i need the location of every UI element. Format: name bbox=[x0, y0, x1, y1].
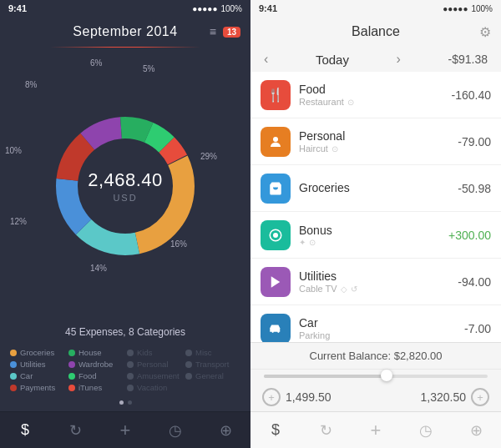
gear-icon[interactable]: ⚙ bbox=[479, 24, 491, 40]
slider-thumb[interactable] bbox=[381, 370, 392, 381]
right-header: Balance ⚙ bbox=[250, 17, 501, 47]
status-bar-right: 9:41 ●●●●● 100% bbox=[250, 0, 501, 17]
legend-label-empty1: Vacation bbox=[137, 383, 167, 392]
food-location-icon: ⊙ bbox=[347, 98, 354, 107]
car-sub: Parking bbox=[299, 330, 456, 340]
legend-item-wardrobe: Wardrobe bbox=[68, 360, 124, 369]
transaction-groceries[interactable]: Groceries -50.98 bbox=[250, 165, 501, 212]
balance-left-group: + 1,499.50 bbox=[262, 388, 331, 406]
legend-label-misc: Misc bbox=[195, 348, 212, 357]
calendar-badge[interactable]: 13 bbox=[223, 27, 240, 38]
groceries-amount: -50.98 bbox=[458, 182, 491, 195]
personal-location-icon: ⊙ bbox=[331, 144, 338, 154]
personal-sub: Haircut ⊙ bbox=[299, 143, 449, 154]
transaction-personal[interactable]: Personal Haircut ⊙ -79.00 bbox=[250, 118, 501, 165]
right-battery: 100% bbox=[471, 4, 493, 13]
slider-track[interactable] bbox=[264, 375, 488, 378]
bonus-location-icon: ⊙ bbox=[309, 238, 316, 247]
prev-arrow[interactable]: ‹ bbox=[264, 52, 268, 67]
legend-label-itunes: iTunes bbox=[78, 383, 102, 392]
transaction-utilities[interactable]: Utilities Cable TV ◇ ↺ -94.00 bbox=[250, 259, 501, 305]
transaction-list: 🍴 Food Restaurant ⊙ -160.40 Personal Ha bbox=[250, 72, 501, 342]
left-panel: 9:41 ●●●●● 100% September 2014 ≡ 13 bbox=[0, 0, 250, 448]
pct-14: 14% bbox=[90, 264, 107, 273]
month-title: September 2014 bbox=[73, 24, 177, 39]
food-info: Food Restaurant ⊙ bbox=[299, 83, 443, 107]
balance-right-btn[interactable]: + bbox=[471, 388, 489, 406]
svg-point-10 bbox=[273, 137, 278, 142]
legend-item-utilities: Utilities bbox=[10, 360, 65, 369]
car-amount: -7.00 bbox=[464, 322, 491, 335]
legend-item-itunes: iTunes bbox=[68, 383, 124, 392]
status-bar-left: 9:41 ●●●●● 100% bbox=[0, 0, 250, 17]
transaction-bonus[interactable]: Bonus ✦ ⊙ +300.00 bbox=[250, 212, 501, 259]
page-dots bbox=[0, 400, 250, 411]
list-icon[interactable]: ≡ bbox=[210, 25, 216, 38]
header-icons: ≡ 13 bbox=[210, 25, 240, 38]
legend-dot-car bbox=[10, 373, 17, 380]
legend-item-kids: Kids bbox=[127, 348, 182, 357]
svg-point-14 bbox=[272, 330, 274, 332]
transaction-car[interactable]: Car Parking -7.00 bbox=[250, 305, 501, 342]
legend-dot-general bbox=[185, 373, 192, 380]
legend: Groceries House Kids Misc Utilities Ward… bbox=[0, 343, 250, 400]
left-tab-refresh[interactable]: ↻ bbox=[50, 412, 100, 448]
groceries-icon bbox=[261, 174, 291, 204]
legend-item-personal: Personal bbox=[127, 360, 182, 369]
right-tab-location[interactable]: ⊕ bbox=[451, 412, 501, 448]
current-balance-text: Current Balance: $2,820.00 bbox=[310, 350, 443, 362]
utilities-repeat-icon: ↺ bbox=[351, 284, 357, 294]
pct-8: 8% bbox=[25, 80, 37, 89]
legend-item-car: Car bbox=[10, 371, 65, 380]
legend-dot-empty1 bbox=[127, 385, 134, 391]
car-info: Car Parking bbox=[299, 316, 456, 340]
legend-item-amusement: Amusement bbox=[127, 371, 182, 380]
car-name: Car bbox=[299, 316, 456, 330]
legend-item-empty1: Vacation bbox=[127, 383, 182, 392]
pct-6: 6% bbox=[90, 58, 102, 68]
transaction-food[interactable]: 🍴 Food Restaurant ⊙ -160.40 bbox=[250, 72, 501, 118]
left-tab-dollar[interactable]: $ bbox=[0, 412, 50, 448]
legend-label-house: House bbox=[78, 348, 101, 357]
svg-point-15 bbox=[277, 330, 279, 332]
today-label: Today bbox=[316, 53, 349, 67]
left-tab-add[interactable]: + bbox=[100, 412, 150, 448]
right-tab-history[interactable]: ◷ bbox=[401, 412, 451, 448]
page-dot-2 bbox=[128, 400, 132, 405]
right-tab-refresh[interactable]: ↻ bbox=[301, 412, 351, 448]
balance-left-btn[interactable]: + bbox=[262, 388, 281, 406]
food-icon: 🍴 bbox=[261, 80, 291, 110]
car-icon bbox=[261, 314, 291, 343]
legend-item-general: General bbox=[185, 371, 240, 380]
left-tab-history[interactable]: ◷ bbox=[150, 412, 200, 448]
legend-dot-itunes bbox=[68, 385, 75, 391]
balance-slider[interactable] bbox=[250, 369, 501, 383]
utilities-icon bbox=[261, 267, 291, 297]
legend-label-payments: Payments bbox=[20, 383, 55, 392]
bonus-sub: ✦ ⊙ bbox=[299, 238, 440, 247]
right-bottom-tabs: $ ↻ + ◷ ⊕ bbox=[250, 411, 501, 448]
svg-marker-13 bbox=[271, 276, 281, 288]
utilities-sub: Cable TV ◇ ↺ bbox=[299, 284, 449, 294]
donut-container: 2,468.40 USD 29% 16% 14% 12% 10% 8% 6% 5… bbox=[0, 48, 250, 321]
left-header: September 2014 ≡ 13 bbox=[0, 17, 250, 47]
legend-label-general: General bbox=[195, 371, 224, 380]
right-tab-dollar[interactable]: $ bbox=[250, 412, 301, 448]
legend-item-transport: Transport bbox=[185, 360, 240, 369]
balance-row: + 1,499.50 1,320.50 + bbox=[250, 383, 501, 411]
bonus-amount: +300.00 bbox=[448, 229, 491, 242]
right-tab-add[interactable]: + bbox=[351, 412, 401, 448]
slider-fill bbox=[264, 375, 387, 378]
left-bottom-tabs: $ ↻ + ◷ ⊕ bbox=[0, 411, 250, 448]
bonus-tag-icon: ✦ bbox=[299, 238, 306, 247]
utilities-note-icon: ◇ bbox=[341, 284, 347, 294]
groceries-name: Groceries bbox=[299, 181, 449, 194]
today-nav: ‹ Today › -$91.38 bbox=[250, 47, 501, 72]
left-tab-location[interactable]: ⊕ bbox=[200, 412, 250, 448]
legend-label-wardrobe: Wardrobe bbox=[78, 360, 113, 369]
next-arrow[interactable]: › bbox=[397, 52, 401, 67]
balance-left-amount: 1,499.50 bbox=[286, 390, 331, 404]
left-status-icons: ●●●●● 100% bbox=[192, 4, 242, 13]
right-status-icons: ●●●●● 100% bbox=[443, 4, 493, 13]
legend-dot-amusement bbox=[127, 373, 134, 380]
